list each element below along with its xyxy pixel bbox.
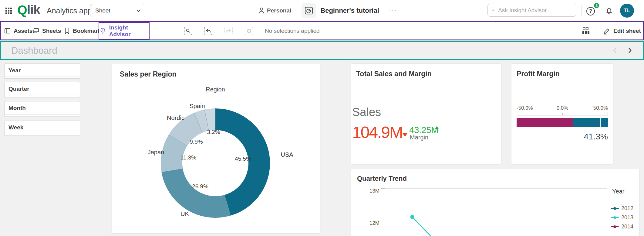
pencil-icon	[603, 27, 611, 35]
step-forward-selection-button[interactable]	[224, 27, 233, 35]
redo-arrow-icon	[226, 29, 231, 33]
selections-status: No selections applied	[265, 22, 320, 39]
grid-layout-icon	[582, 27, 590, 35]
qlik-sense-app: Qlik Analytics app Sheet Personal	[0, 0, 644, 236]
help-button[interactable]: ? 3	[586, 7, 595, 15]
donut-label-spain: Spain	[189, 103, 205, 110]
toolbar-divider	[596, 25, 596, 36]
donut-pct-usa: 45.5%	[235, 156, 251, 162]
filter-year[interactable]: Year	[4, 63, 80, 79]
qlik-logo-rest: lik	[27, 3, 40, 17]
bookmark-icon	[64, 27, 70, 34]
edit-sheet-button[interactable]: Edit sheet	[603, 22, 641, 39]
filter-strip	[5, 95, 80, 97]
quarterly-trend-line-chart[interactable]	[351, 169, 640, 236]
tab-insight-advisor[interactable]: Insight Advisor	[99, 22, 150, 39]
chevron-right-icon	[626, 47, 633, 54]
donut-dimension-label: Region	[206, 86, 225, 93]
gauge-axis-line	[517, 115, 608, 115]
space-selector[interactable]: Personal	[258, 7, 291, 14]
gauge-value-marker	[600, 118, 601, 127]
app-chart-icon	[304, 6, 313, 15]
user-avatar[interactable]: TL	[620, 4, 634, 18]
app-info-group: Personal Beginner's tutorial ···	[258, 0, 397, 21]
tab-sheets-label: Sheets	[42, 28, 61, 34]
assets-panel-icon	[4, 27, 11, 34]
kpi-margin-label: Margin	[410, 134, 428, 141]
legend-label-2013: 2013	[621, 214, 633, 221]
chevron-left-icon	[612, 47, 619, 54]
panel-title: Sales per Region	[120, 70, 177, 78]
app-launcher-icon[interactable]	[5, 8, 12, 14]
panel-title: Profit Margin	[517, 70, 560, 78]
insight-advisor-searchbox[interactable]	[487, 4, 576, 17]
donut-pct-uk: 26.9%	[192, 183, 208, 190]
legend-marker-2013	[611, 216, 619, 219]
panel-total-sales-margin: Total Sales and Margin Sales 104.9M 43.2…	[351, 63, 501, 164]
sheets-icon	[32, 27, 39, 34]
filter-week[interactable]: Week	[4, 121, 80, 136]
next-sheet-button[interactable]	[626, 47, 633, 54]
sheet-toolbar: Assets Sheets Bookmarks Insight Advisor	[0, 21, 644, 40]
gauge-value-label: 41.3%	[584, 132, 608, 142]
help-icon: ?	[586, 7, 595, 15]
donut-pct-spain: 3.2%	[207, 129, 220, 135]
edit-sheet-label: Edit sheet	[613, 28, 641, 34]
sheet-title: Dashboard	[11, 42, 57, 59]
qlik-logo[interactable]: Qlik	[17, 2, 40, 18]
tab-sheets[interactable]: Sheets	[32, 22, 61, 39]
panel-sales-per-region: Sales per Region Region USA UK Japan Nor…	[112, 64, 320, 234]
gauge-axis-mid: 0.0%	[557, 105, 568, 111]
lightbulb-icon	[99, 27, 106, 35]
clear-selections-button[interactable]	[245, 27, 253, 35]
donut-label-uk: UK	[180, 210, 189, 217]
gauge-axis-max: 50.0%	[593, 105, 608, 111]
legend-label-2012: 2012	[621, 205, 633, 212]
app-thumbnail-icon[interactable]	[302, 3, 316, 18]
notifications-button[interactable]	[605, 7, 613, 15]
filter-strip	[5, 114, 80, 116]
chevron-down-icon	[137, 9, 141, 12]
ask-insight-advisor-input[interactable]	[497, 7, 573, 14]
donut-label-usa: USA	[281, 151, 293, 158]
filter-quarter-label: Quarter	[8, 86, 29, 92]
profit-margin-gauge[interactable]	[517, 118, 608, 127]
filter-month-label: Month	[8, 105, 26, 111]
sheet-overview-button[interactable]	[582, 27, 590, 35]
filter-month[interactable]: Month	[4, 101, 80, 116]
space-name: Personal	[267, 7, 291, 14]
legend-item-2013[interactable]: 2013	[611, 214, 633, 221]
legend-item-2012[interactable]: 2012	[611, 205, 633, 211]
sheet-type-dropdown[interactable]: Sheet	[90, 4, 145, 17]
person-icon	[258, 7, 265, 14]
filter-week-label: Week	[8, 124, 23, 131]
step-back-selection-button[interactable]	[204, 27, 212, 35]
legend-marker-2012	[611, 207, 619, 210]
gauge-axis-min: -50.0%	[517, 105, 533, 111]
legend-item-2014[interactable]: 2014	[611, 224, 633, 230]
trend-down-icon	[403, 133, 407, 137]
sparkles-icon	[491, 6, 494, 14]
clear-circle-x-icon	[247, 29, 251, 33]
filter-strip	[5, 77, 80, 78]
legend-label-2014: 2014	[621, 224, 633, 230]
app-more-menu[interactable]: ···	[389, 7, 397, 15]
bell-icon	[605, 7, 613, 15]
tab-bookmarks[interactable]: Bookmarks	[64, 22, 104, 39]
qlik-logo-q: Q	[17, 3, 27, 17]
sheet-header: Dashboard	[0, 41, 644, 60]
legend-marker-2014	[611, 225, 619, 228]
filter-strip	[5, 134, 80, 135]
app-title[interactable]: Beginner's tutorial	[320, 7, 379, 15]
kpi-sales-label: Sales	[352, 106, 381, 119]
top-navbar: Qlik Analytics app Sheet Personal	[0, 0, 644, 21]
search-selections-button[interactable]	[184, 27, 192, 35]
product-name: Analytics app	[47, 0, 92, 21]
gauge-segment-negative	[517, 118, 573, 127]
donut-pct-japan: 11.3%	[180, 154, 196, 161]
tab-assets-label: Assets	[14, 28, 32, 34]
filter-quarter[interactable]: Quarter	[4, 82, 80, 97]
tab-assets[interactable]: Assets	[4, 22, 32, 39]
panel-profit-margin: Profit Margin -50.0% 0.0% 50.0% 41.3%	[511, 63, 613, 164]
previous-sheet-button[interactable]	[612, 47, 619, 54]
